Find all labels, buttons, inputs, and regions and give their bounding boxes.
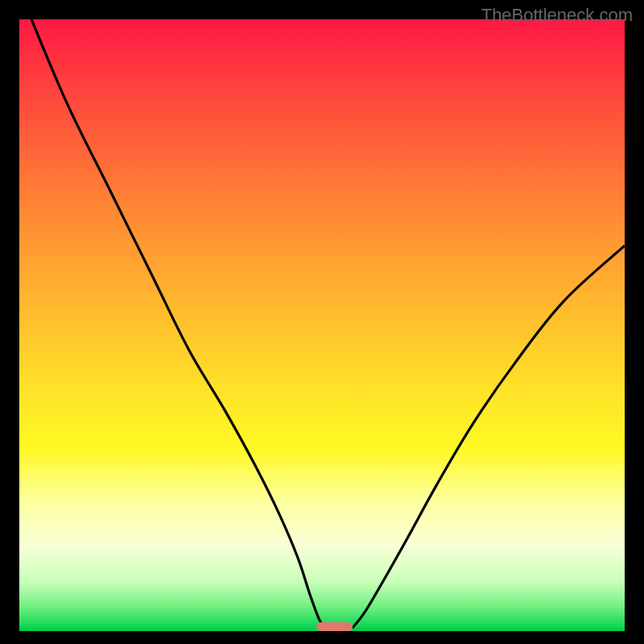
bottleneck-curve	[19, 19, 625, 631]
curve-left-branch	[31, 19, 325, 628]
curve-right-branch	[353, 246, 625, 628]
plot-area	[19, 19, 625, 631]
attribution-text: TheBottleneck.com	[481, 5, 633, 26]
optimum-marker	[316, 622, 353, 631]
